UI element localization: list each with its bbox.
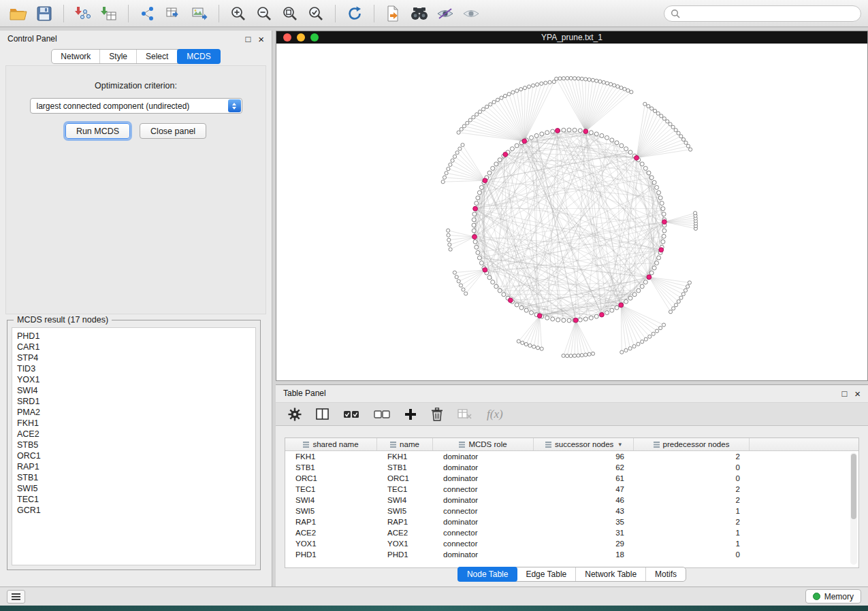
- search-input[interactable]: [684, 9, 854, 18]
- table-cell: YOX1: [285, 538, 377, 549]
- table-cell: dominator: [433, 495, 534, 506]
- table-cell: dominator: [433, 516, 534, 527]
- mcds-node-item[interactable]: PHD1: [17, 331, 255, 342]
- table-row[interactable]: ACE2ACE2connector311: [285, 527, 858, 538]
- select-all-icon[interactable]: [343, 409, 359, 420]
- tab-network-table[interactable]: Network Table: [576, 567, 646, 581]
- show-details-button[interactable]: [460, 3, 483, 24]
- network-window-titlebar[interactable]: YPA_prune.txt_1: [276, 31, 867, 44]
- mcds-node-item[interactable]: FKH1: [17, 418, 255, 429]
- sort-icon: [545, 442, 551, 448]
- mcds-node-item[interactable]: GCR1: [17, 505, 255, 516]
- save-button[interactable]: [33, 3, 56, 24]
- float-panel-icon[interactable]: □: [841, 389, 847, 398]
- network-canvas[interactable]: [276, 44, 867, 380]
- mcds-node-item[interactable]: SRD1: [17, 396, 255, 407]
- show-columns-icon[interactable]: [316, 408, 329, 420]
- binoculars-icon: [411, 6, 428, 21]
- column-header-empty: [750, 438, 858, 450]
- table-cell: TEC1: [285, 484, 377, 495]
- status-menu-button[interactable]: [7, 590, 25, 604]
- table-cell: ORC1: [377, 473, 433, 484]
- add-column-icon[interactable]: [404, 408, 417, 420]
- mcds-node-item[interactable]: TEC1: [17, 494, 255, 505]
- maximize-window-icon[interactable]: [310, 33, 319, 42]
- refresh-button[interactable]: [343, 3, 366, 24]
- tab-node-table[interactable]: Node Table: [457, 567, 518, 582]
- close-panel-button[interactable]: Close panel: [140, 123, 206, 139]
- mcds-node-item[interactable]: ACE2: [17, 429, 255, 440]
- tab-style[interactable]: Style: [100, 50, 137, 63]
- column-header-shared-name[interactable]: shared name: [285, 438, 377, 450]
- zoom-fit-button[interactable]: [278, 3, 302, 24]
- export-table-button[interactable]: [162, 3, 185, 24]
- export-network-button[interactable]: [136, 3, 159, 24]
- table-row[interactable]: FKH1FKH1dominator962: [285, 451, 858, 462]
- mcds-node-item[interactable]: STB5: [17, 440, 255, 450]
- tab-select[interactable]: Select: [137, 50, 178, 63]
- table-cell: [750, 473, 858, 484]
- optimization-criterion-select[interactable]: largest connected component (undirected): [30, 98, 242, 114]
- toolbar-separator: [219, 5, 219, 22]
- mcds-node-item[interactable]: PMA2: [17, 407, 255, 418]
- close-panel-icon[interactable]: ×: [258, 34, 264, 44]
- import-table-button[interactable]: [97, 3, 120, 24]
- table-row[interactable]: TEC1TEC1connector472: [285, 484, 858, 495]
- mcds-node-item[interactable]: ORC1: [17, 450, 255, 461]
- minimize-window-icon[interactable]: [297, 33, 305, 42]
- deselect-all-icon[interactable]: [374, 409, 390, 420]
- column-header-successor-nodes[interactable]: successor nodes ▾: [534, 438, 634, 450]
- mcds-node-item[interactable]: TID3: [17, 363, 255, 374]
- table-panel-header: Table Panel □ ×: [276, 385, 868, 401]
- global-search[interactable]: [664, 5, 861, 22]
- zoom-in-button[interactable]: [227, 3, 250, 24]
- run-mcds-button[interactable]: Run MCDS: [65, 123, 130, 139]
- close-window-icon[interactable]: [283, 33, 291, 42]
- table-row[interactable]: SWI4SWI4dominator462: [285, 495, 858, 506]
- table-cell: [750, 516, 858, 527]
- table-settings-icon[interactable]: [288, 408, 302, 421]
- mcds-node-item[interactable]: STP4: [17, 352, 255, 363]
- table-panel: Table Panel □ × f(x) shared name name: [276, 384, 868, 587]
- scrollbar-thumb[interactable]: [851, 454, 856, 519]
- table-cell: SWI5: [377, 506, 433, 516]
- share-document-button[interactable]: [382, 3, 405, 24]
- mcds-node-item[interactable]: RAP1: [17, 461, 255, 472]
- find-in-network-button[interactable]: [408, 3, 431, 24]
- mcds-node-item[interactable]: STB1: [17, 472, 255, 483]
- close-panel-icon[interactable]: ×: [854, 389, 861, 399]
- network-window[interactable]: YPA_prune.txt_1: [276, 31, 868, 381]
- zoom-out-button[interactable]: [253, 3, 276, 24]
- mcds-node-item[interactable]: SWI5: [17, 483, 255, 494]
- table-row[interactable]: PHD1PHD1dominator180: [285, 549, 858, 560]
- mcds-node-item[interactable]: YOX1: [17, 374, 255, 385]
- tab-network[interactable]: Network: [52, 50, 100, 63]
- table-scrollbar[interactable]: [850, 452, 857, 565]
- zoom-selected-button[interactable]: [304, 3, 327, 24]
- table-cell: dominator: [433, 451, 534, 462]
- table-row[interactable]: YOX1YOX1connector291: [285, 538, 858, 549]
- memory-button[interactable]: Memory: [805, 589, 861, 604]
- table-cell: 46: [534, 495, 634, 506]
- tab-mcds[interactable]: MCDS: [177, 49, 220, 64]
- table-row[interactable]: RAP1RAP1dominator352: [285, 516, 858, 527]
- column-header-predecessor-nodes[interactable]: predecessor nodes: [634, 438, 750, 450]
- table-body: FKH1FKH1dominator962STB1STB1dominator620…: [285, 451, 858, 560]
- tab-motifs[interactable]: Motifs: [646, 567, 686, 581]
- open-button[interactable]: [7, 3, 30, 24]
- mcds-node-item[interactable]: SWI4: [17, 385, 255, 396]
- table-row[interactable]: STB1STB1dominator620: [285, 462, 858, 473]
- table-row[interactable]: ORC1ORC1dominator610: [285, 473, 858, 484]
- hide-details-button[interactable]: [434, 3, 457, 24]
- mcds-result-list[interactable]: PHD1CAR1STP4TID3YOX1SWI4SRD1PMA2FKH1ACE2…: [12, 327, 256, 565]
- column-header-name[interactable]: name: [377, 438, 433, 450]
- table-row[interactable]: SWI5SWI5connector431: [285, 506, 858, 516]
- tab-edge-table[interactable]: Edge Table: [517, 567, 576, 581]
- export-image-button[interactable]: [188, 3, 211, 24]
- import-network-button[interactable]: [71, 3, 95, 24]
- float-panel-icon[interactable]: □: [245, 35, 251, 44]
- column-header-mcds-role[interactable]: MCDS role: [433, 438, 534, 450]
- mcds-node-item[interactable]: CAR1: [17, 342, 255, 352]
- delete-selected-icon[interactable]: [431, 408, 443, 421]
- table-cell: FKH1: [377, 451, 433, 462]
